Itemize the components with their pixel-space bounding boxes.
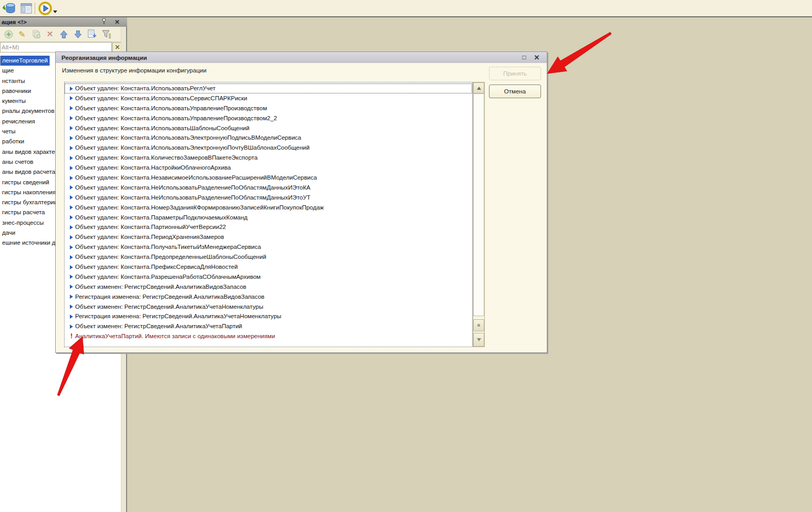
change-row[interactable]: Объект удален: Константа.ИспользоватьЭле… (65, 143, 472, 153)
change-marker-icon (70, 106, 73, 110)
close-icon[interactable]: ✕ (113, 18, 121, 26)
change-row[interactable]: Объект изменен: РегистрСведений.Аналитик… (65, 321, 472, 331)
move-up-icon[interactable] (57, 28, 70, 40)
change-marker-icon (70, 166, 73, 170)
change-marker-icon (70, 116, 73, 120)
maximize-icon[interactable]: □ (519, 53, 529, 62)
filter-icon[interactable] (100, 28, 113, 40)
change-marker-icon (70, 295, 73, 299)
change-row[interactable]: ! АналитикаУчетаПартий. Имеются записи с… (65, 331, 472, 341)
change-marker-icon (70, 315, 73, 319)
change-marker-icon (70, 185, 73, 190)
search-input[interactable] (0, 42, 112, 53)
change-text: Объект удален: Константа.НезависимоеИспо… (75, 173, 317, 183)
change-text: Объект удален: Константа.НастройкиОблачн… (75, 163, 231, 173)
edit-icon[interactable]: ✎ (16, 28, 28, 40)
change-marker-icon (70, 146, 73, 150)
start-debug-icon[interactable] (38, 2, 53, 15)
tree-item-label: речисления (1, 117, 37, 127)
start-debug-icon (38, 1, 53, 16)
config-panel-header: ация <!> ✕ (0, 17, 127, 27)
change-row[interactable]: Объект удален: Константа.КоличествоЗамер… (65, 153, 472, 163)
dialog-title-bar[interactable]: Реорганизация информации □ ✕ (56, 52, 547, 63)
change-marker-icon (70, 225, 73, 229)
accept-button[interactable]: Принять (489, 67, 541, 80)
change-text: Объект удален: Константа.ИспользоватьСер… (75, 93, 247, 103)
change-text: Объект удален: Константа.ПараметрыПодклю… (75, 213, 247, 223)
change-row[interactable]: Объект удален: Константа.ПараметрыПодклю… (65, 213, 472, 223)
change-row[interactable]: Объект удален: Константа.ИспользоватьСер… (65, 93, 472, 103)
change-row[interactable]: Объект удален: Константа.НеИспользоватьР… (65, 183, 472, 193)
change-text: Объект удален: Константа.Предопределенны… (75, 252, 266, 262)
change-text: Объект изменен: РегистрСведений.Аналитик… (75, 302, 263, 312)
tree-item-label: аны счетов (1, 157, 35, 167)
change-row[interactable]: Объект удален: Константа.ИспользоватьЭле… (65, 133, 472, 143)
change-text: Объект удален: Константа.ПолучатьТикетыИ… (75, 242, 261, 252)
change-text: Объект удален: Константа.РазрешенаРабота… (75, 272, 261, 282)
change-row[interactable]: Объект удален: Константа.ИспользоватьРег… (65, 83, 472, 93)
change-row[interactable]: Регистрация изменена: РегистрСведений.Ан… (65, 292, 472, 302)
tree-item-label: аны видов расчета (1, 167, 57, 177)
delete-icon[interactable]: ✕ (44, 28, 56, 40)
change-row[interactable]: Объект удален: Константа.Предопределенны… (65, 252, 472, 262)
change-text: Объект удален: Константа.ИспользоватьЭле… (75, 143, 309, 153)
form-window-icon (20, 3, 32, 14)
config-tree-toolbar: ✎ ✕ (0, 27, 127, 41)
change-row[interactable]: Объект удален: Константа.РазрешенаРабота… (65, 272, 472, 282)
move-down-icon[interactable] (71, 28, 84, 40)
change-marker-icon (70, 176, 73, 180)
list-scrollbar[interactable] (473, 82, 485, 347)
error-icon: ! (70, 331, 72, 341)
change-marker-icon (70, 195, 73, 200)
tree-item-label: гистры сведений (1, 177, 51, 187)
change-row[interactable]: Объект изменен: РегистрСведений.Аналитик… (65, 282, 472, 292)
close-icon[interactable]: ✕ (532, 53, 542, 62)
change-text: Объект изменен: РегистрСведений.Аналитик… (75, 321, 242, 331)
tree-item-label: нстанты (1, 76, 27, 86)
change-row[interactable]: Объект удален: Константа.НезависимоеИспо… (65, 173, 472, 183)
change-row[interactable]: Объект удален: Константа.ИспользоватьШаб… (65, 123, 472, 133)
change-row[interactable]: Объект удален: Константа.ИспользоватьУпр… (65, 103, 472, 113)
open-database-icon[interactable] (2, 2, 17, 15)
change-row[interactable]: Регистрация изменена: РегистрСведений.Ан… (65, 311, 472, 321)
dialog-subtitle: Изменения в структуре информации конфигу… (62, 67, 206, 74)
change-marker-icon (70, 285, 73, 289)
config-panel-title: ация <!> (0, 19, 27, 25)
cancel-button[interactable]: Отмена (489, 85, 541, 98)
tree-item-label: равочники (1, 86, 33, 96)
change-text: Объект удален: Константа.КоличествоЗамер… (75, 153, 257, 163)
change-row[interactable]: Объект удален: Константа.ПериодХраненияЗ… (65, 232, 472, 242)
change-marker-icon (70, 255, 73, 259)
list-icon[interactable] (86, 28, 98, 40)
scroll-mini-button[interactable] (473, 319, 484, 331)
change-row[interactable]: Объект удален: Константа.ПолучатьТикетыИ… (65, 242, 472, 252)
scroll-up-icon[interactable] (473, 82, 484, 93)
change-marker-icon (70, 96, 73, 100)
change-marker-icon (70, 205, 73, 210)
chevron-down-icon[interactable] (53, 11, 57, 13)
scrollbar-thumb[interactable] (473, 93, 484, 316)
scroll-down-icon[interactable] (473, 333, 484, 347)
change-row[interactable]: Объект удален: Константа.ПартионныйУчетВ… (65, 222, 472, 232)
open-database-icon (3, 2, 16, 15)
change-text: Объект удален: Константа.ИспользоватьРег… (75, 83, 215, 93)
tree-item-label: кументы (1, 96, 27, 106)
change-row[interactable]: Объект удален: Константа.НомерЗаданияКФо… (65, 203, 472, 213)
change-row[interactable]: Объект удален: Константа.ИспользоватьУпр… (65, 113, 472, 123)
change-row[interactable]: Объект удален: Константа.НастройкиОблачн… (65, 163, 472, 173)
configurator-window: ация <!> ✕ ✎ ✕ (0, 0, 812, 512)
add-icon[interactable] (2, 28, 15, 40)
change-text: Объект удален: Константа.ПартионныйУчетВ… (75, 222, 226, 232)
pin-icon (101, 18, 107, 24)
change-row[interactable]: Объект удален: Константа.ПрефиксСервисаД… (65, 262, 472, 272)
change-row[interactable]: Объект изменен: РегистрСведений.Аналитик… (65, 302, 472, 312)
change-marker-icon (70, 305, 73, 309)
pin-icon[interactable] (100, 18, 108, 26)
change-text: Объект удален: Константа.НомерЗаданияКФо… (75, 203, 324, 213)
change-marker-icon (70, 87, 73, 91)
change-row[interactable]: Объект удален: Константа.НеИспользоватьР… (65, 193, 472, 203)
change-text: Объект удален: Константа.ИспользоватьУпр… (75, 103, 267, 113)
copy-icon[interactable] (30, 28, 43, 40)
change-marker-icon (70, 156, 73, 160)
form-window-icon[interactable] (19, 2, 34, 15)
